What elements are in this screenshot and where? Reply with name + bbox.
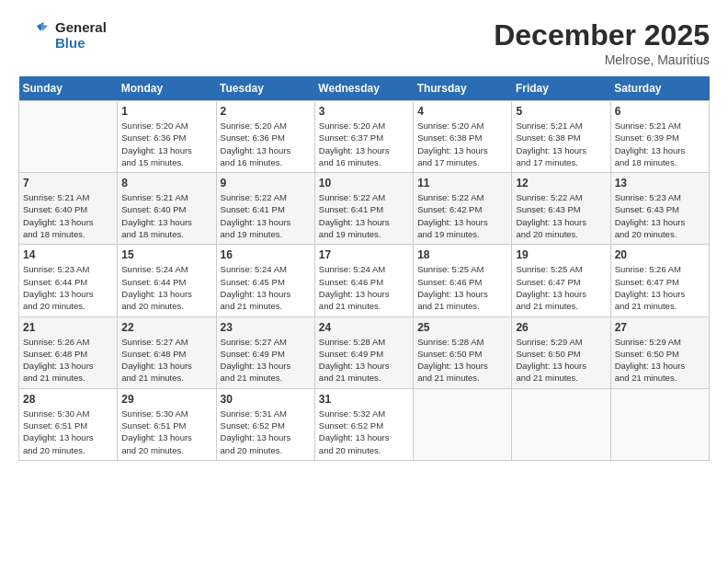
calendar-cell: 5Sunrise: 5:21 AM Sunset: 6:38 PM Daylig… xyxy=(512,101,610,173)
day-number: 25 xyxy=(417,321,507,334)
day-info: Sunrise: 5:28 AM Sunset: 6:49 PM Dayligh… xyxy=(319,336,409,385)
week-row-4: 21Sunrise: 5:26 AM Sunset: 6:48 PM Dayli… xyxy=(19,316,710,388)
day-number: 20 xyxy=(615,248,705,261)
calendar-cell: 27Sunrise: 5:29 AM Sunset: 6:50 PM Dayli… xyxy=(610,316,709,388)
day-number: 7 xyxy=(23,177,113,190)
calendar-cell: 12Sunrise: 5:22 AM Sunset: 6:43 PM Dayli… xyxy=(512,173,610,245)
day-info: Sunrise: 5:21 AM Sunset: 6:40 PM Dayligh… xyxy=(23,191,113,240)
day-info: Sunrise: 5:22 AM Sunset: 6:41 PM Dayligh… xyxy=(319,191,409,240)
day-number: 8 xyxy=(121,177,211,190)
day-info: Sunrise: 5:21 AM Sunset: 6:38 PM Dayligh… xyxy=(516,120,606,168)
header-friday: Friday xyxy=(512,76,610,101)
day-number: 12 xyxy=(516,177,606,190)
day-number: 26 xyxy=(516,321,606,334)
week-row-5: 28Sunrise: 5:30 AM Sunset: 6:51 PM Dayli… xyxy=(19,388,710,460)
day-info: Sunrise: 5:25 AM Sunset: 6:46 PM Dayligh… xyxy=(417,263,507,312)
day-info: Sunrise: 5:20 AM Sunset: 6:38 PM Dayligh… xyxy=(417,120,507,168)
day-info: Sunrise: 5:28 AM Sunset: 6:50 PM Dayligh… xyxy=(417,336,507,385)
header-sunday: Sunday xyxy=(19,76,118,101)
day-info: Sunrise: 5:31 AM Sunset: 6:52 PM Dayligh… xyxy=(221,408,311,456)
title-block: December 2025 Melrose, Mauritius xyxy=(494,18,710,67)
week-row-2: 7Sunrise: 5:21 AM Sunset: 6:40 PM Daylig… xyxy=(19,173,710,245)
calendar-table: SundayMondayTuesdayWednesdayThursdayFrid… xyxy=(18,76,710,461)
svg-marker-1 xyxy=(40,24,48,31)
day-info: Sunrise: 5:24 AM Sunset: 6:45 PM Dayligh… xyxy=(221,263,311,312)
calendar-cell xyxy=(610,388,709,460)
day-number: 19 xyxy=(516,248,606,261)
day-number: 21 xyxy=(23,321,113,334)
calendar-cell: 23Sunrise: 5:27 AM Sunset: 6:49 PM Dayli… xyxy=(216,316,314,388)
day-number: 30 xyxy=(221,393,311,406)
day-info: Sunrise: 5:20 AM Sunset: 6:36 PM Dayligh… xyxy=(121,120,211,168)
day-number: 9 xyxy=(221,177,311,190)
calendar-cell: 11Sunrise: 5:22 AM Sunset: 6:42 PM Dayli… xyxy=(414,173,512,245)
day-number: 18 xyxy=(417,248,507,261)
day-info: Sunrise: 5:30 AM Sunset: 6:51 PM Dayligh… xyxy=(121,408,211,456)
location: Melrose, Mauritius xyxy=(494,52,710,67)
calendar-cell: 31Sunrise: 5:32 AM Sunset: 6:52 PM Dayli… xyxy=(314,388,413,460)
calendar-cell: 22Sunrise: 5:27 AM Sunset: 6:48 PM Dayli… xyxy=(118,316,216,388)
calendar-cell xyxy=(19,101,118,173)
day-number: 16 xyxy=(221,248,311,261)
calendar-cell: 20Sunrise: 5:26 AM Sunset: 6:47 PM Dayli… xyxy=(610,245,709,316)
day-info: Sunrise: 5:24 AM Sunset: 6:46 PM Dayligh… xyxy=(319,263,409,312)
day-number: 23 xyxy=(221,321,311,334)
logo-bird-icon xyxy=(18,18,51,52)
calendar-cell: 3Sunrise: 5:20 AM Sunset: 6:37 PM Daylig… xyxy=(314,101,413,173)
day-number: 24 xyxy=(319,321,409,334)
day-info: Sunrise: 5:26 AM Sunset: 6:48 PM Dayligh… xyxy=(23,336,113,385)
week-row-3: 14Sunrise: 5:23 AM Sunset: 6:44 PM Dayli… xyxy=(19,245,710,316)
page-header: General Blue December 2025 Melrose, Maur… xyxy=(18,18,710,67)
day-info: Sunrise: 5:30 AM Sunset: 6:51 PM Dayligh… xyxy=(23,408,113,456)
day-number: 31 xyxy=(319,393,409,406)
calendar-cell: 16Sunrise: 5:24 AM Sunset: 6:45 PM Dayli… xyxy=(216,245,314,316)
header-wednesday: Wednesday xyxy=(314,76,413,101)
header-saturday: Saturday xyxy=(610,76,709,101)
day-number: 17 xyxy=(319,248,409,261)
day-number: 3 xyxy=(319,105,409,118)
logo-general: General xyxy=(55,19,107,35)
calendar-cell xyxy=(512,388,610,460)
day-number: 10 xyxy=(319,177,409,190)
calendar-cell: 25Sunrise: 5:28 AM Sunset: 6:50 PM Dayli… xyxy=(414,316,512,388)
calendar-cell: 15Sunrise: 5:24 AM Sunset: 6:44 PM Dayli… xyxy=(118,245,216,316)
calendar-cell: 18Sunrise: 5:25 AM Sunset: 6:46 PM Dayli… xyxy=(414,245,512,316)
calendar-cell: 2Sunrise: 5:20 AM Sunset: 6:36 PM Daylig… xyxy=(216,101,314,173)
day-number: 29 xyxy=(121,393,211,406)
day-number: 4 xyxy=(417,105,507,118)
day-info: Sunrise: 5:23 AM Sunset: 6:44 PM Dayligh… xyxy=(23,263,113,312)
day-info: Sunrise: 5:21 AM Sunset: 6:40 PM Dayligh… xyxy=(121,191,211,240)
calendar-cell: 24Sunrise: 5:28 AM Sunset: 6:49 PM Dayli… xyxy=(314,316,413,388)
calendar-cell: 1Sunrise: 5:20 AM Sunset: 6:36 PM Daylig… xyxy=(118,101,216,173)
day-info: Sunrise: 5:29 AM Sunset: 6:50 PM Dayligh… xyxy=(516,336,606,385)
day-number: 6 xyxy=(615,105,705,118)
day-info: Sunrise: 5:25 AM Sunset: 6:47 PM Dayligh… xyxy=(516,263,606,312)
calendar-cell: 19Sunrise: 5:25 AM Sunset: 6:47 PM Dayli… xyxy=(512,245,610,316)
header-row: SundayMondayTuesdayWednesdayThursdayFrid… xyxy=(19,76,710,101)
logo-blue: Blue xyxy=(55,35,107,51)
day-info: Sunrise: 5:23 AM Sunset: 6:43 PM Dayligh… xyxy=(615,191,705,240)
calendar-cell xyxy=(414,388,512,460)
calendar-cell: 21Sunrise: 5:26 AM Sunset: 6:48 PM Dayli… xyxy=(19,316,118,388)
day-info: Sunrise: 5:27 AM Sunset: 6:49 PM Dayligh… xyxy=(221,336,311,385)
calendar-cell: 26Sunrise: 5:29 AM Sunset: 6:50 PM Dayli… xyxy=(512,316,610,388)
day-info: Sunrise: 5:26 AM Sunset: 6:47 PM Dayligh… xyxy=(615,263,705,312)
day-number: 5 xyxy=(516,105,606,118)
day-info: Sunrise: 5:24 AM Sunset: 6:44 PM Dayligh… xyxy=(121,263,211,312)
day-number: 28 xyxy=(23,393,113,406)
calendar-cell: 6Sunrise: 5:21 AM Sunset: 6:39 PM Daylig… xyxy=(610,101,709,173)
day-number: 14 xyxy=(23,248,113,261)
week-row-1: 1Sunrise: 5:20 AM Sunset: 6:36 PM Daylig… xyxy=(19,101,710,173)
calendar-cell: 4Sunrise: 5:20 AM Sunset: 6:38 PM Daylig… xyxy=(414,101,512,173)
day-number: 27 xyxy=(615,321,705,334)
day-info: Sunrise: 5:22 AM Sunset: 6:41 PM Dayligh… xyxy=(221,191,311,240)
calendar-cell: 28Sunrise: 5:30 AM Sunset: 6:51 PM Dayli… xyxy=(19,388,118,460)
calendar-cell: 8Sunrise: 5:21 AM Sunset: 6:40 PM Daylig… xyxy=(118,173,216,245)
header-thursday: Thursday xyxy=(414,76,512,101)
header-tuesday: Tuesday xyxy=(216,76,314,101)
day-number: 22 xyxy=(121,321,211,334)
day-info: Sunrise: 5:22 AM Sunset: 6:43 PM Dayligh… xyxy=(516,191,606,240)
day-info: Sunrise: 5:22 AM Sunset: 6:42 PM Dayligh… xyxy=(417,191,507,240)
day-info: Sunrise: 5:32 AM Sunset: 6:52 PM Dayligh… xyxy=(319,408,409,456)
calendar-cell: 9Sunrise: 5:22 AM Sunset: 6:41 PM Daylig… xyxy=(216,173,314,245)
